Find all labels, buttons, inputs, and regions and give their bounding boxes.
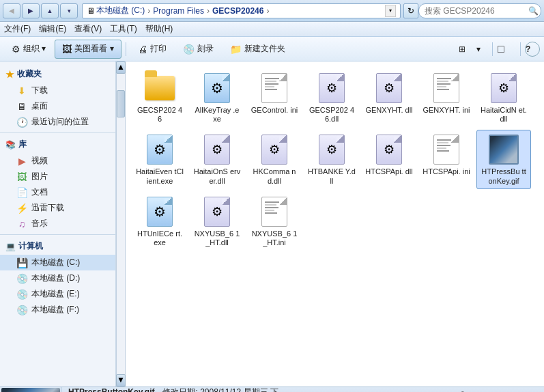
recent-button[interactable]: ▾	[60, 3, 78, 18]
file-item-gecontrol-ini[interactable]: GEControl. ini	[247, 68, 302, 127]
organize-button[interactable]: ⚙ 组织 ▾	[4, 40, 53, 59]
help-button[interactable]: ?	[525, 42, 540, 57]
search-wrap: 🔍	[418, 3, 541, 18]
address-dropdown[interactable]: ▾	[385, 5, 396, 17]
organize-label: 组织 ▾	[23, 43, 46, 55]
back-button[interactable]: ◀	[3, 3, 20, 18]
sidebar-item-drive-e[interactable]: 💿 本地磁盘 (E:)	[0, 286, 115, 302]
file-label-genxyht-ini: GENXYHT. ini	[423, 106, 470, 115]
music-label: 音乐	[31, 218, 48, 229]
file-item-htbankey[interactable]: ⚙ HTBANKE Y.dll	[304, 130, 359, 188]
file-icon-htbankey: ⚙	[315, 133, 348, 166]
burn-icon: 💿	[183, 44, 195, 55]
up-button[interactable]: ▲	[41, 3, 59, 18]
pane-button[interactable]: □	[497, 40, 516, 59]
sidebar-item-drive-f[interactable]: 💿 本地磁盘 (F:)	[0, 302, 115, 318]
picture-label: 图片	[31, 171, 48, 182]
computer-label: 计算机	[18, 240, 43, 252]
menu-view[interactable]: 查看(V)	[74, 23, 102, 35]
doc-label: 文档	[31, 186, 48, 198]
sidebar-item-video[interactable]: ▶ 视频	[0, 153, 115, 169]
file-label-haitaievent: HaitaiEven tClient.exe	[136, 167, 184, 185]
refresh-button[interactable]: ↻	[403, 3, 418, 18]
file-label-htpressbuttonkey: HTPressBu ttonKey.gif	[480, 167, 528, 185]
file-item-gecsp-folder[interactable]: GECSP202 46	[132, 68, 187, 127]
file-icon-htcspapi-dll: ⚙	[373, 133, 405, 166]
file-icon-haitaicidnet: ⚙	[487, 72, 520, 104]
toolbar-sep-3	[520, 42, 521, 56]
status-filename: HTPressButtonKey.gif 修改日期: 2008/11/12 星期…	[68, 387, 445, 393]
view-mode-button[interactable]: ⊞	[458, 40, 474, 59]
file-item-genxyht-dll[interactable]: ⚙ GENXYHT. dll	[362, 68, 416, 127]
view-dropdown-button[interactable]: ▾	[476, 40, 488, 59]
download-icon: ⬇	[16, 85, 27, 96]
print-button[interactable]: 🖨 打印	[130, 40, 174, 59]
main-layout: ★ 收藏夹 ⬇ 下载 🖥 桌面 🕐 最近访问的位置 📚 库 ▶ 视频 🖼 图片	[0, 61, 544, 387]
sidebar-library-title[interactable]: 📚 库	[0, 136, 115, 153]
scrollbar-down-arrow[interactable]: ▼	[116, 374, 126, 387]
toolbar-sep-2	[492, 42, 493, 56]
file-item-htcspapi-ini[interactable]: HTCSPApi. ini	[419, 130, 474, 188]
file-item-htpressbuttonkey[interactable]: HTPressBu ttonKey.gif	[476, 130, 531, 188]
document-icon: 📄	[16, 187, 27, 198]
sidebar-scrollbar[interactable]: ▲ ▼	[116, 61, 126, 387]
file-label-nxyusb-ini: NXYUSB_6 1_HT.ini	[250, 229, 298, 247]
file-item-nxyusb-ini[interactable]: NXYUSB_6 1_HT.ini	[247, 192, 302, 251]
sidebar-favorites-title[interactable]: ★ 收藏夹	[0, 66, 115, 83]
preview-image	[1, 388, 60, 393]
content-area: GECSP202 46 ⚙ AllKeyTray .exe GEControl.…	[126, 61, 544, 387]
new-folder-button[interactable]: 📁 新建文件夹	[223, 40, 293, 59]
sidebar-item-download[interactable]: ⬇ 下载	[0, 83, 115, 98]
sidebar-item-picture[interactable]: 🖼 图片	[0, 169, 115, 184]
recent-icon: 🕐	[16, 117, 27, 128]
scrollbar-up-arrow[interactable]: ▲	[116, 61, 126, 74]
file-icon-htpressbuttonkey	[487, 133, 520, 166]
drive-e-label: 本地磁盘 (E:)	[31, 288, 80, 300]
menu-edit[interactable]: 编辑(E)	[39, 23, 66, 35]
file-item-hkcommand[interactable]: ⚙ HKComma nd.dll	[247, 130, 302, 188]
sidebar-item-recent[interactable]: 🕐 最近访问的位置	[0, 114, 115, 130]
sidebar-item-drive-d[interactable]: 💿 本地磁盘 (D:)	[0, 270, 115, 286]
path-part-3: GECSP20246	[212, 6, 263, 16]
scrollbar-thumb[interactable]	[117, 90, 125, 117]
menu-help[interactable]: 帮助(H)	[145, 23, 173, 35]
view-button[interactable]: 🖼 美图看看 ▾	[55, 40, 121, 59]
burn-button[interactable]: 💿 刻录	[175, 40, 221, 59]
search-icon[interactable]: 🔍	[528, 6, 539, 16]
path-arrow-1: ›	[147, 6, 150, 16]
search-input[interactable]	[418, 3, 541, 18]
drive-c-icon: 💾	[16, 257, 27, 268]
sidebar-computer-title[interactable]: 💻 计算机	[0, 238, 115, 255]
thunder-icon: ⚡	[16, 203, 27, 214]
computer-icon: 💻	[5, 242, 16, 251]
menu-tools[interactable]: 工具(T)	[110, 23, 137, 35]
brand-text: ghost11.com	[452, 389, 544, 393]
file-icon-genxyht-dll: ⚙	[373, 72, 405, 104]
toolbar-sep-1	[126, 42, 126, 56]
status-preview	[0, 387, 61, 393]
sidebar-item-music[interactable]: ♫ 音乐	[0, 216, 115, 232]
sidebar-item-thunder[interactable]: ⚡ 迅雷下载	[0, 200, 115, 216]
sidebar-item-drive-c[interactable]: 💾 本地磁盘 (C:)	[0, 255, 115, 270]
file-item-htcspapi-dll[interactable]: ⚙ HTCSPApi. dll	[362, 130, 416, 188]
file-item-gecsp-dll[interactable]: ⚙ GECSP202 46.dll	[304, 68, 359, 127]
sidebar-item-desktop[interactable]: 🖥 桌面	[0, 98, 115, 114]
file-item-nxyusb-dll[interactable]: ⚙ NXYUSB_6 1_HT.dll	[190, 192, 244, 251]
star-icon: ★	[5, 69, 14, 80]
file-item-allkeytray[interactable]: ⚙ AllKeyTray .exe	[190, 68, 244, 127]
sidebar-item-document[interactable]: 📄 文档	[0, 184, 115, 200]
file-icon-nxyusb-ini	[258, 195, 291, 228]
file-item-genxyht-ini[interactable]: GENXYHT. ini	[419, 68, 474, 127]
file-label-gecsp-dll: GECSP202 46.dll	[308, 106, 356, 124]
forward-button[interactable]: ▶	[22, 3, 40, 18]
file-item-haitaionserver[interactable]: ⚙ HaitaiOnS erver.dll	[190, 130, 244, 188]
video-icon: ▶	[16, 156, 27, 167]
menu-file[interactable]: 文件(F)	[4, 23, 31, 35]
print-label: 打印	[150, 43, 167, 55]
file-item-htuniecert[interactable]: ⚙ HTUnIECe rt.exe	[132, 192, 187, 251]
address-bar: 🖥 本地磁盘 (C:) › Program Files › GECSP20246…	[82, 3, 401, 18]
file-item-haitaicidnet[interactable]: ⚙ HaitaiCidN et.dll	[476, 68, 531, 127]
desktop-icon: 🖥	[16, 101, 27, 112]
file-icon-htuniecert: ⚙	[143, 195, 176, 228]
file-item-haitaievent[interactable]: ⚙ HaitaiEven tClient.exe	[132, 130, 187, 188]
